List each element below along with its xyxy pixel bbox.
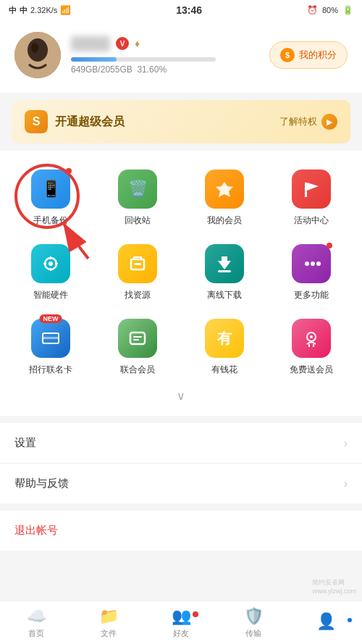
help-chevron: › — [344, 477, 348, 490]
settings-section: 设置 › 帮助与反馈 › — [0, 423, 362, 503]
icon-smart-hardware[interactable]: 智能硬件 — [7, 237, 94, 311]
new-badge: NEW — [40, 314, 62, 323]
vip-banner-right: 了解特权 ▶ — [279, 114, 337, 130]
svg-rect-19 — [133, 336, 142, 338]
profile-section: 李某某 V ♦ 649GB/2055GB 31.60% $ 我的积分 — [0, 20, 362, 93]
svg-point-14 — [311, 262, 315, 266]
offline-download-icon — [205, 244, 244, 283]
more-features-label: 更多功能 — [294, 289, 329, 301]
my-points-button[interactable]: $ 我的积分 — [269, 41, 348, 69]
activity-center-icon — [292, 170, 331, 209]
svg-rect-20 — [133, 339, 139, 340]
avatar-svg — [14, 32, 61, 78]
battery-icon: 🔋 — [342, 5, 353, 15]
profile-info: 李某某 V ♦ 649GB/2055GB 31.60% — [71, 36, 259, 75]
speed-text: 2.32K/s — [30, 6, 57, 14]
avatar-image — [14, 32, 61, 78]
points-icon: $ — [280, 48, 295, 62]
wifi-icon: 📶 — [60, 5, 71, 15]
svg-marker-4 — [216, 182, 233, 197]
svg-marker-6 — [307, 183, 319, 191]
storage-bar-fill — [71, 57, 117, 62]
help-feedback-label: 帮助与反馈 — [14, 477, 69, 490]
friends-dot — [193, 611, 198, 617]
union-member-label: 联合会员 — [120, 364, 155, 376]
svg-point-13 — [305, 262, 309, 266]
battery-text: 80% — [322, 6, 338, 14]
settings-label: 设置 — [14, 436, 36, 450]
nav-files[interactable]: 📁 文件 — [72, 607, 145, 639]
icon-grid-section: 📱 手机备份 🗑️ 回收站 我的会员 — [0, 151, 362, 416]
recycle-bin-label: 回收站 — [125, 214, 151, 227]
svg-point-2 — [31, 43, 38, 53]
svg-rect-5 — [305, 183, 307, 197]
nav-profile[interactable]: 👤 — [290, 612, 362, 633]
icon-recycle-bin[interactable]: 🗑️ 回收站 — [94, 162, 181, 237]
find-resources-icon — [118, 244, 157, 283]
icon-offline-download[interactable]: 离线下载 — [181, 237, 268, 311]
mobile-backup-icon: 📱 — [31, 170, 70, 209]
files-label: 文件 — [101, 628, 117, 639]
recycle-bin-icon: 🗑️ — [118, 170, 157, 209]
find-resources-label: 找资源 — [125, 289, 151, 301]
collapse-arrow[interactable]: ∨ — [7, 386, 355, 409]
icon-activity-center[interactable]: 活动中心 — [268, 162, 355, 237]
storage-bar-wrap — [71, 57, 259, 62]
icon-grid: 📱 手机备份 🗑️ 回收站 我的会员 — [7, 162, 355, 386]
help-feedback-item[interactable]: 帮助与反馈 › — [0, 464, 362, 503]
signal-text: 中 — [9, 5, 17, 16]
free-vip-icon — [292, 319, 331, 358]
nav-transfer[interactable]: 🛡️ 传输 — [217, 607, 290, 639]
vip-arrow-icon: ▶ — [321, 114, 337, 130]
crown-icon: ♦ — [135, 38, 140, 49]
icon-youqianhua[interactable]: 有 有钱花 — [181, 311, 268, 386]
nav-home[interactable]: ☁️ 首页 — [0, 607, 72, 639]
friends-icon: 👥 — [172, 607, 191, 626]
name-row: 李某某 V ♦ — [71, 36, 259, 51]
mobile-backup-dot — [66, 168, 72, 174]
profile-nav-icon: 👤 — [316, 612, 336, 631]
icon-merchants-card[interactable]: NEW 招行联名卡 — [7, 311, 94, 386]
settings-item[interactable]: 设置 › — [0, 423, 362, 464]
offline-download-label: 离线下载 — [207, 289, 242, 301]
storage-bar-bg — [71, 57, 216, 62]
icon-free-vip[interactable]: 免费送会员 — [268, 311, 355, 386]
svg-rect-10 — [134, 263, 141, 265]
icon-my-vip[interactable]: 我的会员 — [181, 162, 268, 237]
activity-center-label: 活动中心 — [294, 214, 329, 227]
status-right: ⏰ 80% 🔋 — [307, 5, 353, 15]
home-icon: ☁️ — [27, 607, 46, 626]
svg-rect-12 — [218, 270, 231, 272]
logout-section: 退出帐号 — [0, 511, 362, 551]
union-member-icon — [118, 319, 157, 358]
vip-banner-title: 开通超级会员 — [55, 114, 125, 130]
settings-chevron: › — [344, 437, 348, 450]
status-bar: 中 中 2.32K/s 📶 13:46 ⏰ 80% 🔋 — [0, 0, 362, 20]
icon-more-features[interactable]: 更多功能 — [268, 237, 355, 311]
youqianhua-label: 有钱花 — [211, 364, 237, 376]
vip-banner[interactable]: S 开通超级会员 了解特权 ▶ — [12, 100, 350, 143]
icon-union-member[interactable]: 联合会员 — [94, 311, 181, 386]
time-display: 13:46 — [176, 4, 202, 16]
free-vip-label: 免费送会员 — [290, 364, 333, 376]
icon-mobile-backup[interactable]: 📱 手机备份 — [7, 162, 94, 237]
avatar[interactable] — [14, 32, 61, 78]
more-features-icon — [292, 244, 331, 283]
svg-rect-18 — [130, 333, 145, 344]
more-features-dot — [327, 243, 332, 248]
vip-s-badge: S — [25, 110, 48, 133]
svg-marker-11 — [218, 256, 231, 269]
vip-badge: V — [116, 37, 129, 50]
icon-grid-wrap: 📱 手机备份 🗑️ 回收站 我的会员 — [7, 162, 355, 409]
profile-name: 李某某 — [71, 36, 110, 51]
logout-button[interactable]: 退出帐号 — [14, 524, 58, 536]
transfer-icon: 🛡️ — [244, 607, 264, 626]
icon-find-resources[interactable]: 找资源 — [94, 237, 181, 311]
watermark: 简约安卓网www.ylzwj.com — [312, 578, 356, 595]
transfer-label: 传输 — [245, 628, 261, 639]
status-left: 中 中 2.32K/s 📶 — [9, 5, 71, 16]
storage-text: 649GB/2055GB 31.60% — [71, 64, 259, 75]
points-label: 我的积分 — [299, 49, 337, 62]
nav-friends[interactable]: 👥 好友 — [145, 607, 217, 639]
svg-point-8 — [49, 262, 53, 266]
